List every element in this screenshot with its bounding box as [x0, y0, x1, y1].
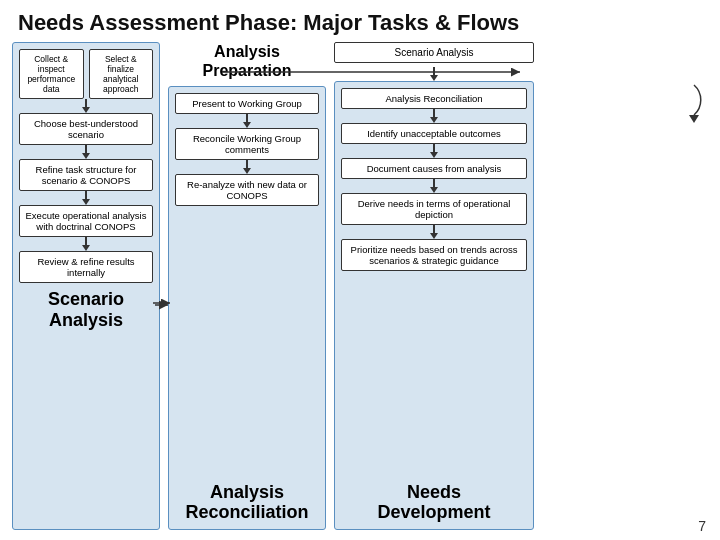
arrow-down-6: [243, 160, 251, 174]
column-3: Scenario Analysis Analysis Reconciliatio…: [334, 42, 534, 530]
refine-task-box: Refine task structure for scenario & CON…: [19, 159, 153, 191]
column-1: Collect & inspect performance data Selec…: [12, 42, 160, 530]
review-refine-box: Review & refine results internally: [19, 251, 153, 283]
present-working-group-box: Present to Working Group: [175, 93, 319, 114]
top-two-boxes: Collect & inspect performance data Selec…: [19, 49, 153, 99]
choose-best-box: Choose best-understood scenario: [19, 113, 153, 145]
arrow-down-10: [430, 179, 438, 193]
needs-development-label: Needs Development: [377, 476, 490, 523]
arrow-down-1: [82, 99, 90, 113]
derive-needs-box: Derive needs in terms of operational dep…: [341, 193, 527, 225]
identify-unacceptable-box: Identify unacceptable outcomes: [341, 123, 527, 144]
scenario-analysis-top-box: Scenario Analysis: [334, 42, 534, 63]
reconcile-box: Reconcile Working Group comments: [175, 128, 319, 160]
arrow-down-2: [82, 145, 90, 159]
arrow-down-5: [243, 114, 251, 128]
arrow-down-9: [430, 144, 438, 158]
arrow-down-8: [430, 109, 438, 123]
arrow-down-4: [82, 237, 90, 251]
page-title: Needs Assessment Phase: Major Tasks & Fl…: [0, 0, 720, 42]
analysis-reconciliation-section: Present to Working Group Reconcile Worki…: [168, 86, 326, 530]
execute-operational-box: Execute operational analysis with doctri…: [19, 205, 153, 237]
document-causes-box: Document causes from analysis: [341, 158, 527, 179]
scenario-analysis-section: Collect & inspect performance data Selec…: [12, 42, 160, 530]
collect-inspect-box: Collect & inspect performance data: [19, 49, 84, 99]
analysis-prep-header: Analysis Preparation: [168, 42, 326, 80]
arrow-down-7: [334, 67, 534, 81]
page-number: 7: [698, 518, 706, 534]
select-finalize-box: Select & finalize analytical approach: [89, 49, 154, 99]
reanalyze-box: Re-analyze with new data or CONOPS: [175, 174, 319, 206]
arrow-down-3: [82, 191, 90, 205]
prioritize-needs-box: Prioritize needs based on trends across …: [341, 239, 527, 271]
analysis-reconciliation-label: Analysis Reconciliation: [185, 472, 308, 523]
arrow-down-11: [430, 225, 438, 239]
scenario-analysis-label: Scenario Analysis: [48, 289, 124, 330]
analysis-reconciliation-box: Analysis Reconciliation: [341, 88, 527, 109]
needs-development-section: Analysis Reconciliation Identify unaccep…: [334, 81, 534, 530]
column-2: Analysis Preparation Present to Working …: [168, 42, 326, 530]
